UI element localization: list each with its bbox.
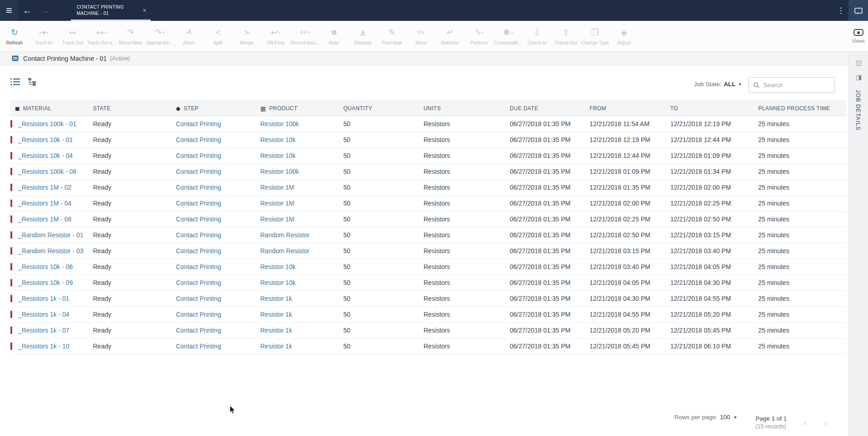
record-loss-button[interactable]: +/-▾ Record loss... bbox=[290, 21, 319, 51]
merge-button[interactable]: ≻ Merge bbox=[232, 21, 261, 51]
special-move-button[interactable]: ↷▾ Special Mo... bbox=[145, 21, 174, 51]
product-link[interactable]: Resistor 1M bbox=[260, 200, 294, 207]
kebab-menu-icon[interactable]: ⋮ bbox=[833, 0, 848, 21]
material-link[interactable]: _Resistors 1M - 08 bbox=[18, 216, 71, 223]
material-link[interactable]: _Resistors 10k - 04 bbox=[18, 152, 73, 159]
table-row[interactable]: _Resistors 1M - 08 Ready Contact Printin… bbox=[10, 211, 846, 227]
rows-per-page-dropdown[interactable]: Rows per page: 100 ▾ bbox=[674, 414, 736, 421]
track-in-button[interactable]: ⇥▾ Track-In bbox=[29, 21, 58, 51]
next-page-button[interactable]: › bbox=[824, 417, 827, 428]
step-link[interactable]: Contact Printing bbox=[176, 184, 221, 191]
table-row[interactable]: _Random Resistor - 03 Ready Contact Prin… bbox=[10, 243, 846, 259]
step-link[interactable]: Contact Printing bbox=[176, 247, 221, 255]
material-link[interactable]: _Resistors 100k - 01 bbox=[18, 120, 76, 127]
table-row[interactable]: _Resistors 1k - 10 Ready Contact Printin… bbox=[10, 338, 846, 354]
product-link[interactable]: Resistor 10k bbox=[260, 279, 296, 286]
material-link[interactable]: _Resistors 1M - 02 bbox=[18, 184, 71, 191]
change-type-button[interactable]: ❐ Change Type bbox=[580, 21, 610, 51]
product-link[interactable]: Random Resistor bbox=[260, 247, 309, 255]
store-button[interactable]: ⇰ Store bbox=[406, 21, 435, 51]
table-row[interactable]: _Resistors 1M - 02 Ready Contact Printin… bbox=[10, 180, 846, 196]
column-header-material[interactable]: ■MATERIAL bbox=[10, 105, 93, 112]
column-header-units[interactable]: UNITS bbox=[424, 105, 510, 112]
step-link[interactable]: Contact Printing bbox=[176, 216, 221, 223]
column-header-quantity[interactable]: QUANTITY bbox=[343, 105, 424, 112]
step-link[interactable]: Contact Printing bbox=[176, 231, 221, 239]
step-link[interactable]: Contact Printing bbox=[176, 327, 221, 334]
material-link[interactable]: _Resistors 1k - 04 bbox=[18, 311, 69, 318]
table-row[interactable]: _Resistors 100k - 01 Ready Contact Print… bbox=[10, 116, 846, 132]
column-header-state[interactable]: STATE bbox=[93, 105, 176, 112]
material-link[interactable]: _Random Resistor - 03 bbox=[18, 247, 83, 255]
step-link[interactable]: Contact Printing bbox=[176, 152, 221, 159]
panel-dock-icon[interactable]: ◨ bbox=[849, 73, 868, 81]
product-link[interactable]: Resistor 10k bbox=[260, 263, 296, 270]
material-link[interactable]: _Resistors 100k - 08 bbox=[18, 168, 76, 175]
material-link[interactable]: _Random Resistor - 01 bbox=[18, 231, 83, 239]
step-link[interactable]: Contact Printing bbox=[176, 168, 221, 175]
table-row[interactable]: _Resistors 10k - 06 Ready Contact Printi… bbox=[10, 259, 846, 275]
step-link[interactable]: Contact Printing bbox=[176, 200, 221, 207]
product-link[interactable]: Resistor 1M bbox=[260, 184, 294, 191]
column-header-from[interactable]: FROM bbox=[590, 105, 670, 112]
search-input[interactable] bbox=[763, 82, 844, 88]
previous-page-button[interactable]: ‹ bbox=[804, 417, 807, 428]
product-link[interactable]: Resistor 10k bbox=[260, 152, 296, 159]
table-row[interactable]: _Resistors 1M - 04 Ready Contact Printin… bbox=[10, 196, 846, 211]
track-out-button[interactable]: ↦ Track-Out bbox=[58, 21, 87, 51]
material-link[interactable]: _Resistors 10k - 09 bbox=[18, 279, 73, 286]
table-row[interactable]: _Random Resistor - 01 Ready Contact Prin… bbox=[10, 227, 846, 243]
column-header-step[interactable]: ●STEP bbox=[176, 105, 260, 112]
column-header-due-date[interactable]: DUE DATE bbox=[510, 105, 590, 112]
tab-contact-printing-machine[interactable]: CONTACT PRINTING MACHINE - 01 × bbox=[71, 0, 151, 21]
step-link[interactable]: Contact Printing bbox=[176, 120, 221, 127]
table-row[interactable]: _Resistors 1k - 04 Ready Contact Printin… bbox=[10, 307, 846, 323]
step-link[interactable]: Contact Printing bbox=[176, 136, 221, 143]
release-button[interactable]: ▲ Release bbox=[348, 21, 377, 51]
table-row[interactable]: _Resistors 10k - 09 Ready Contact Printi… bbox=[10, 275, 846, 291]
step-link[interactable]: Contact Printing bbox=[176, 311, 221, 318]
check-in-button[interactable]: ⇩ Check-In bbox=[522, 21, 551, 51]
table-row[interactable]: _Resistors 100k - 08 Ready Contact Print… bbox=[10, 164, 846, 180]
column-header-to[interactable]: TO bbox=[670, 105, 758, 112]
track-out-all-button[interactable]: ↦▾ Track-Out a... bbox=[87, 21, 116, 51]
product-link[interactable]: Resistor 1k bbox=[260, 343, 292, 350]
hold-button[interactable]: ▮▮ Hold bbox=[319, 21, 348, 51]
views-button[interactable]: Views bbox=[848, 21, 868, 52]
product-link[interactable]: Random Resistor bbox=[260, 231, 309, 239]
table-row[interactable]: _Resistors 1k - 07 Ready Contact Printin… bbox=[10, 323, 846, 338]
product-link[interactable]: Resistor 100k bbox=[260, 120, 299, 127]
material-link[interactable]: _Resistors 1k - 07 bbox=[18, 327, 69, 334]
split-button[interactable]: ≺ Split bbox=[203, 21, 232, 51]
off-flow-button[interactable]: ↩▾ Off-Flow bbox=[261, 21, 290, 51]
flow-view-toggle[interactable] bbox=[28, 78, 38, 88]
job-state-dropdown[interactable]: Job State: ALL ▾ bbox=[694, 81, 741, 88]
step-link[interactable]: Contact Printing bbox=[176, 263, 221, 270]
list-view-toggle[interactable] bbox=[10, 78, 20, 88]
table-row[interactable]: _Resistors 10k - 04 Ready Contact Printi… bbox=[10, 148, 846, 164]
perform-button[interactable]: ϟ▾ Perform bbox=[464, 21, 493, 51]
table-row[interactable]: _Resistors 1k - 01 Ready Contact Printin… bbox=[10, 291, 846, 307]
material-link[interactable]: _Resistors 1M - 04 bbox=[18, 200, 71, 207]
panel-toggle-icon[interactable]: ◫ bbox=[849, 59, 868, 66]
material-link[interactable]: _Resistors 10k - 01 bbox=[18, 136, 73, 143]
product-link[interactable]: Resistor 1k bbox=[260, 327, 292, 334]
forward-button[interactable]: → bbox=[36, 0, 54, 21]
product-link[interactable]: Resistor 1M bbox=[260, 216, 294, 223]
move-next-button[interactable]: ↷ Move-Next bbox=[116, 21, 145, 51]
hamburger-menu-icon[interactable]: ≡ bbox=[0, 0, 18, 21]
product-link[interactable]: Resistor 1k bbox=[260, 295, 292, 302]
step-link[interactable]: Contact Printing bbox=[176, 343, 221, 350]
step-link[interactable]: Contact Printing bbox=[176, 295, 221, 302]
back-button[interactable]: ← bbox=[18, 0, 36, 21]
tab-close-icon[interactable]: × bbox=[143, 7, 146, 14]
post-data-button[interactable]: ✎ Post data bbox=[377, 21, 406, 51]
product-link[interactable]: Resistor 10k bbox=[260, 136, 296, 143]
table-row[interactable]: _Resistors 10k - 01 Ready Contact Printi… bbox=[10, 132, 846, 148]
check-out-button[interactable]: ⇧ Check-Out bbox=[551, 21, 580, 51]
material-link[interactable]: _Resistors 1k - 10 bbox=[18, 343, 69, 350]
abort-button[interactable]: A Abort bbox=[174, 21, 203, 51]
material-link[interactable]: _Resistors 1k - 01 bbox=[18, 295, 69, 302]
material-link[interactable]: _Resistors 10k - 06 bbox=[18, 263, 73, 270]
adjust-button[interactable]: ◈ Adjust bbox=[610, 21, 639, 51]
